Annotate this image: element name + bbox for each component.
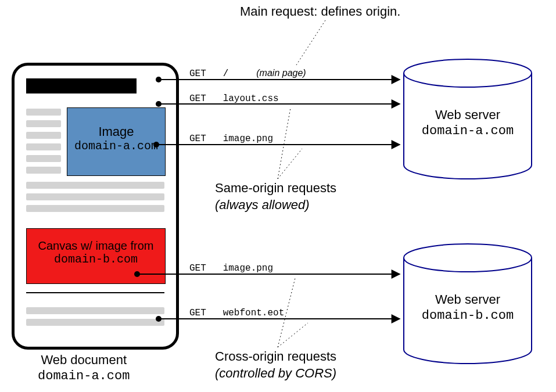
web-document-caption: Web document domain-a.com bbox=[38, 352, 130, 384]
server-a-title: Web server bbox=[401, 107, 535, 123]
web-document: Image domain-a.com Canvas w/ image from … bbox=[12, 63, 179, 350]
svg-point-0 bbox=[404, 59, 532, 87]
request-webfont: GET webfont.eot bbox=[189, 308, 284, 318]
request-image-a: GET image.png bbox=[189, 134, 273, 144]
cross-origin-title: Cross-origin requests bbox=[215, 348, 336, 365]
web-document-title: Web document bbox=[38, 352, 130, 368]
server-a-domain: domain-a.com bbox=[401, 123, 535, 139]
request-main-method: GET bbox=[189, 69, 206, 79]
svg-point-1 bbox=[404, 244, 532, 272]
canvas-domain: domain-b.com bbox=[27, 253, 165, 266]
image-domain-a: Image domain-a.com bbox=[67, 107, 166, 176]
web-document-domain: domain-a.com bbox=[38, 368, 130, 384]
request-css-method: GET bbox=[189, 93, 206, 104]
doc-hr bbox=[26, 292, 164, 293]
server-domain-a: Web server domain-a.com bbox=[401, 58, 535, 180]
cross-origin-sub: (controlled by CORS) bbox=[215, 365, 336, 382]
doc-textbar bbox=[26, 167, 61, 174]
doc-titlebar bbox=[26, 78, 137, 93]
request-css-path: layout.css bbox=[223, 93, 279, 104]
request-image-a-path: image.png bbox=[223, 134, 273, 144]
image-domain: domain-a.com bbox=[67, 139, 165, 153]
request-main-path: / bbox=[223, 69, 229, 79]
doc-textbar bbox=[26, 109, 61, 116]
canvas-domain-b: Canvas w/ image from domain-b.com bbox=[26, 228, 166, 284]
doc-textbar bbox=[26, 132, 61, 139]
doc-textbar bbox=[26, 307, 164, 314]
request-image-b-method: GET bbox=[189, 263, 206, 274]
server-b-domain: domain-b.com bbox=[401, 308, 535, 324]
request-main: GET / (main page) bbox=[189, 68, 306, 79]
server-b-title: Web server bbox=[401, 292, 535, 308]
request-webfont-method: GET bbox=[189, 308, 206, 318]
doc-textbar bbox=[26, 120, 61, 127]
request-main-note: (main page) bbox=[256, 68, 306, 78]
image-label: Image bbox=[67, 124, 165, 139]
doc-textbar bbox=[26, 193, 164, 200]
doc-textbar bbox=[26, 143, 61, 150]
request-css: GET layout.css bbox=[189, 93, 279, 104]
server-domain-b: Web server domain-b.com bbox=[401, 243, 535, 365]
same-origin-sub: (always allowed) bbox=[215, 197, 336, 214]
doc-textbar bbox=[26, 319, 164, 326]
same-origin-title: Same-origin requests bbox=[215, 180, 336, 197]
request-webfont-path: webfont.eot bbox=[223, 308, 285, 318]
canvas-label: Canvas w/ image from bbox=[27, 239, 165, 253]
request-image-b-path: image.png bbox=[223, 263, 273, 274]
doc-textbar bbox=[26, 205, 164, 212]
request-image-b: GET image.png bbox=[189, 263, 273, 274]
main-request-note: Main request: defines origin. bbox=[240, 3, 400, 20]
cross-origin-note: Cross-origin requests (controlled by COR… bbox=[215, 348, 336, 382]
request-image-a-method: GET bbox=[189, 134, 206, 144]
same-origin-note: Same-origin requests (always allowed) bbox=[215, 180, 336, 213]
doc-textbar bbox=[26, 182, 164, 189]
doc-textbar bbox=[26, 155, 61, 162]
